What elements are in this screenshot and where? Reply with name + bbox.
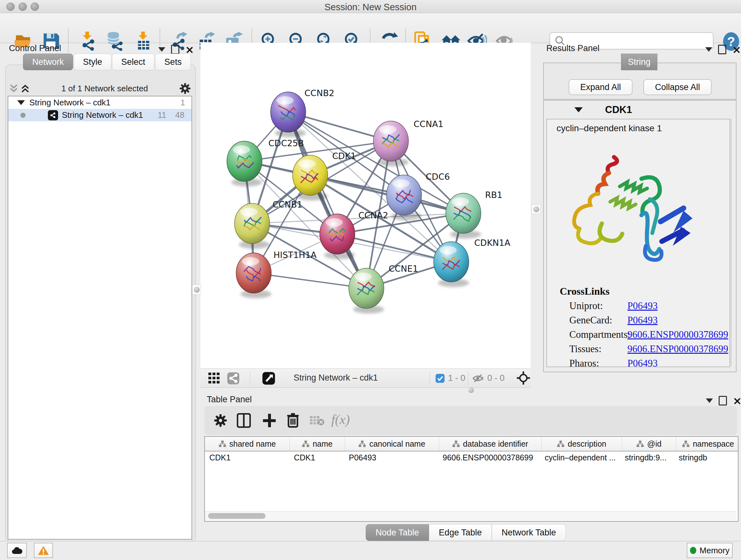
results-tab-string[interactable]: String (621, 54, 657, 70)
grid-view-icon[interactable] (208, 373, 221, 384)
float-panel-icon[interactable] (718, 45, 726, 54)
table-cell[interactable]: stringdb (674, 451, 738, 463)
delete-column-icon[interactable] (286, 413, 299, 428)
table-gear-icon[interactable] (214, 414, 227, 427)
network-collection-row[interactable]: String Network – cdk1 1 (8, 97, 192, 109)
table-cell[interactable]: CDK1 (289, 451, 344, 463)
table-tabs: Node TableEdge TableNetwork Table (366, 524, 566, 541)
import-database-icon[interactable] (105, 31, 125, 51)
table-cell[interactable]: cyclin–dependent ... (540, 451, 620, 463)
collapse-panel-icon[interactable] (705, 47, 712, 52)
close-panel-icon[interactable]: × (185, 46, 194, 53)
left-splitter-handle[interactable] (192, 285, 201, 294)
table-panel-title: Table Panel (207, 395, 252, 405)
crosslink-link[interactable]: P06493 (627, 358, 658, 367)
add-column-icon[interactable] (262, 413, 276, 428)
status-bar: Memory (0, 541, 741, 560)
network-row-label: String Network – cdk1 (62, 110, 158, 120)
memory-button[interactable]: Memory (687, 543, 733, 558)
tab-node-table[interactable]: Node Table (366, 524, 429, 541)
network-node-CCNB1[interactable] (234, 203, 270, 249)
collapse-panel-icon[interactable] (158, 47, 165, 52)
float-panel-icon[interactable] (719, 396, 727, 406)
column-header-database-identifier[interactable]: database identifier (439, 437, 542, 451)
bottom-splitter-handle[interactable] (468, 388, 474, 393)
crosshair-icon[interactable] (516, 371, 530, 385)
close-panel-icon[interactable]: × (732, 46, 741, 53)
section-collapse-icon[interactable] (575, 107, 583, 112)
current-network-dot (20, 113, 25, 118)
table-cell[interactable]: CDK1 (205, 451, 289, 463)
tab-network-table[interactable]: Network Table (492, 524, 566, 541)
column-header-name[interactable]: name (290, 437, 345, 451)
crosslink-label: GeneCard: (569, 314, 612, 326)
close-panel-icon[interactable]: × (733, 397, 741, 405)
collection-count: 1 (181, 98, 185, 108)
memory-status-dot (690, 547, 696, 554)
network-node-RB1[interactable] (446, 193, 481, 239)
birdseye-view-icon[interactable] (262, 372, 276, 385)
collapse-all-button[interactable]: Collapse All (643, 79, 712, 95)
table-cell[interactable]: 9606.ENSP00000378699 (438, 451, 540, 463)
network-node-CCNA1[interactable] (374, 121, 408, 166)
gear-icon[interactable] (179, 83, 191, 94)
warning-button[interactable] (34, 543, 53, 558)
network-node-CDKN1A[interactable] (434, 242, 469, 287)
network-view-toolbar: String Network – cdk1 1 - 0 0 - 0 (200, 368, 531, 388)
control-panel-window-buttons: × (158, 45, 194, 54)
column-header-namespace[interactable]: namespace (676, 437, 738, 451)
tab-style[interactable]: Style (74, 54, 111, 70)
table-row[interactable]: CDK1CDK1P064939606.ENSP00000378699cyclin… (205, 451, 738, 463)
results-scrollbar[interactable] (731, 119, 736, 366)
tab-network[interactable]: Network (23, 54, 73, 70)
scrollbar-thumb[interactable] (208, 513, 266, 519)
tree-expand-icon[interactable] (17, 100, 25, 105)
crosslinks-heading: CrossLinks (560, 286, 610, 297)
network-node-CDC25B[interactable] (227, 141, 262, 186)
cytoscape-window: Session: New Session (0, 0, 741, 560)
node-label-RB1: RB1 (485, 190, 502, 200)
import-network-icon[interactable] (78, 31, 98, 51)
cloud-button[interactable] (7, 543, 27, 558)
crosslink-link[interactable]: 9606.ENSP00000378699 (627, 329, 728, 340)
node-count: 11 (158, 110, 166, 120)
collapse-all-icon[interactable] (9, 83, 18, 94)
gene-section-header[interactable]: CDK1 (544, 101, 736, 119)
network-node-CDC6[interactable] (387, 175, 421, 220)
network-type-icon (48, 110, 58, 120)
network-node-CCNB2[interactable] (271, 92, 306, 137)
expand-all-icon[interactable] (20, 83, 30, 94)
tab-sets[interactable]: Sets (155, 54, 191, 70)
crosslink-link[interactable]: P06493 (627, 314, 658, 326)
crosslink-link[interactable]: P06493 (627, 300, 658, 312)
right-splitter-handle[interactable] (532, 204, 541, 214)
network-node-CCNE1[interactable] (349, 268, 384, 314)
column-header-canonical-name[interactable]: canonical name (345, 437, 439, 451)
column-header-@id[interactable]: @id (622, 437, 676, 451)
tab-edge-table[interactable]: Edge Table (429, 524, 492, 541)
network-node-HIST1H1A[interactable] (236, 253, 271, 298)
float-panel-icon[interactable] (171, 45, 179, 54)
gene-details: cyclin–dependent kinase 1 (546, 119, 730, 367)
crosslink-link[interactable]: 9606.ENSP00000378699 (627, 343, 728, 355)
expand-all-button[interactable]: Expand All (569, 79, 632, 95)
tab-select[interactable]: Select (112, 54, 154, 70)
import-table-icon[interactable] (134, 31, 153, 51)
collapse-panel-icon[interactable] (706, 398, 713, 403)
column-header-description[interactable]: description (542, 437, 622, 451)
network-row[interactable]: String Network – cdk1 11 48 (8, 109, 192, 121)
network-node-CCNA2[interactable] (320, 214, 355, 259)
crosslink-label: Pharos: (569, 358, 599, 367)
selected-checkbox-icon[interactable] (435, 374, 445, 383)
table-cell[interactable]: stringdb:9... (620, 451, 674, 463)
show-columns-icon[interactable] (237, 413, 251, 428)
column-header-shared-name[interactable]: shared name (205, 437, 290, 451)
node-label-CDKN1A: CDKN1A (474, 238, 511, 248)
network-canvas[interactable]: CCNB2CCNA1CDC25BCDK1CDC6RB1CCNB1CCNA2CDK… (200, 43, 531, 368)
network-view-icon[interactable] (226, 372, 240, 385)
table-hscrollbar[interactable] (205, 511, 737, 520)
network-node-CDK1[interactable] (293, 155, 328, 200)
table-cell[interactable]: P06493 (344, 451, 438, 463)
crosslink-label: Compartments: (569, 329, 630, 340)
network-collection-label: String Network – cdk1 (29, 98, 181, 108)
